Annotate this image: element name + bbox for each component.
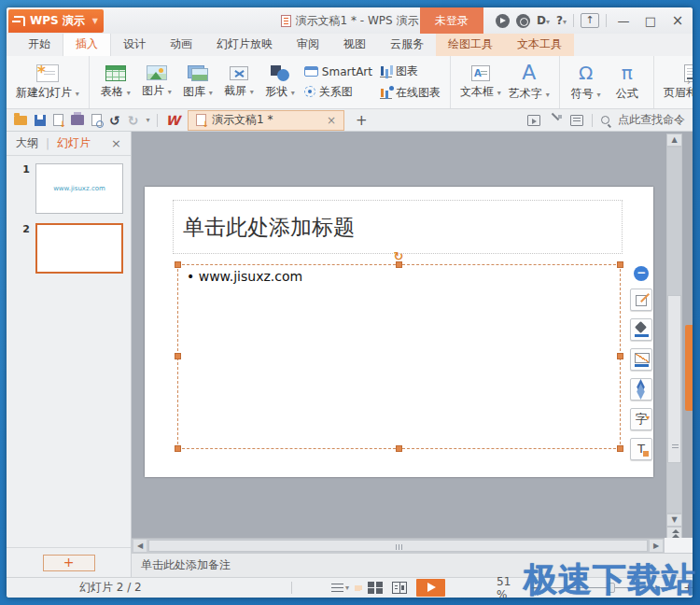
horizontal-scrollbar[interactable]: ◀ ▶ bbox=[132, 538, 665, 553]
qat-dropdown-icon[interactable]: ▾ bbox=[146, 116, 149, 124]
table-button[interactable]: 表格 ▾ bbox=[95, 64, 136, 101]
smartart-button[interactable]: SmartArt bbox=[304, 65, 372, 78]
resize-handle-w[interactable] bbox=[175, 353, 181, 359]
ribbon-group-slides: 新建幻灯片 ▾ bbox=[7, 56, 89, 108]
resize-handle-ne[interactable] bbox=[617, 261, 623, 268]
tab-drawing-tools[interactable]: 绘图工具 bbox=[436, 33, 505, 56]
magic-tool-icon[interactable] bbox=[549, 115, 562, 126]
maximize-button[interactable]: □ bbox=[640, 14, 661, 28]
content-textbox-selected[interactable]: ↻ • www.jisuxz.com bbox=[177, 264, 621, 449]
resize-handle-sw[interactable] bbox=[175, 445, 181, 452]
resize-handle-e[interactable] bbox=[617, 353, 623, 359]
tab-slides[interactable]: 幻灯片 bbox=[57, 135, 91, 151]
notes-placeholder: 单击此处添加备注 bbox=[141, 557, 231, 573]
tab-review[interactable]: 审阅 bbox=[285, 33, 331, 56]
slide-thumbnail-2-selected[interactable] bbox=[35, 223, 123, 274]
relation-diagram-button[interactable]: 关系图 bbox=[304, 84, 372, 100]
symbol-button[interactable]: Ω 符号 ▾ bbox=[566, 62, 607, 103]
tab-outline[interactable]: 大纲 bbox=[16, 135, 38, 151]
slide-thumbnail-1[interactable]: www.jisuxz.com bbox=[35, 163, 123, 214]
share-icon[interactable] bbox=[570, 115, 583, 126]
open-file-icon[interactable] bbox=[14, 116, 27, 125]
outline-color-button[interactable] bbox=[630, 348, 652, 371]
chart-button[interactable]: 图表 bbox=[380, 63, 441, 79]
find-command-hint[interactable]: 点此查找命令 bbox=[618, 112, 685, 128]
picture-button[interactable]: 图片 ▾ bbox=[136, 64, 177, 100]
notes-toggle-button[interactable]: ▾ bbox=[331, 584, 349, 592]
tab-text-tools[interactable]: 文本工具 bbox=[505, 33, 574, 56]
export-icon[interactable] bbox=[53, 114, 63, 126]
previous-slide-button[interactable] bbox=[666, 527, 682, 538]
vertical-scrollbar[interactable]: ▲ ▼ bbox=[665, 134, 683, 538]
font-settings-button[interactable]: 字▾ bbox=[630, 408, 652, 430]
tab-slideshow[interactable]: 幻灯片放映 bbox=[204, 33, 285, 56]
play-from-current-icon[interactable] bbox=[527, 115, 540, 126]
title-placeholder[interactable]: 单击此处添加标题 bbox=[173, 200, 623, 254]
slide-canvas[interactable]: 单击此处添加标题 ↻ • www.jisuxz.com bbox=[132, 132, 693, 538]
reading-view-button[interactable] bbox=[392, 582, 407, 594]
document-tab-close-icon[interactable]: × bbox=[327, 114, 336, 127]
tab-home[interactable]: 开始 bbox=[16, 33, 63, 56]
ribbon: 新建幻灯片 ▾ 表格 ▾ 图片 ▾ 图库 ▾ 截屏 ▾ 形状 ▾ bbox=[7, 56, 693, 109]
scroll-up-icon[interactable]: ▲ bbox=[666, 134, 682, 147]
resize-handle-n[interactable] bbox=[396, 261, 402, 268]
resize-handle-s[interactable] bbox=[396, 445, 402, 452]
screenshot-button[interactable]: 截屏 ▾ bbox=[218, 65, 259, 100]
undo-icon[interactable]: ↺ bbox=[109, 113, 120, 128]
fill-color-button[interactable] bbox=[630, 318, 652, 341]
login-button[interactable]: 未登录 bbox=[420, 7, 483, 34]
tab-design[interactable]: 设计 bbox=[111, 33, 158, 56]
feedback-icon[interactable] bbox=[496, 14, 510, 28]
wordart-button[interactable]: A 艺术字 ▾ bbox=[505, 62, 553, 103]
resize-handle-nw[interactable] bbox=[175, 261, 181, 268]
tab-insert[interactable]: 插入 bbox=[63, 32, 111, 56]
slide-sorter-view-button[interactable] bbox=[368, 582, 383, 594]
minimize-button[interactable]: — bbox=[613, 14, 634, 28]
play-slideshow-button[interactable] bbox=[416, 579, 445, 597]
shape-style-button[interactable] bbox=[630, 288, 652, 311]
layer-order-button[interactable] bbox=[630, 378, 652, 401]
divider bbox=[291, 582, 292, 594]
resize-handle-se[interactable] bbox=[617, 445, 623, 452]
vertical-scroll-thumb[interactable] bbox=[667, 295, 681, 463]
vertical-scroll-track[interactable] bbox=[666, 147, 682, 514]
search-icon[interactable] bbox=[601, 116, 609, 124]
collapse-tools-button[interactable]: − bbox=[634, 266, 649, 281]
scroll-right-icon[interactable]: ▶ bbox=[650, 540, 663, 552]
wps-menu-button[interactable]: WPS 演示 ▼ bbox=[8, 9, 104, 33]
document-tab-label: 演示文稿1 * bbox=[212, 112, 273, 128]
horizontal-scroll-thumb[interactable] bbox=[148, 540, 648, 552]
print-preview-icon[interactable] bbox=[91, 114, 102, 126]
redo-icon[interactable]: ↻ bbox=[128, 113, 139, 128]
collapse-ribbon-button[interactable]: ↑ bbox=[581, 13, 599, 28]
online-chart-button[interactable]: 在线图表 bbox=[380, 85, 441, 101]
textbox-button[interactable]: A 文本框 ▾ bbox=[456, 64, 505, 101]
scroll-left-icon[interactable]: ◀ bbox=[133, 540, 147, 552]
formula-button[interactable]: π 公式 bbox=[607, 62, 648, 103]
shapes-button[interactable]: 形状 ▾ bbox=[259, 64, 301, 101]
add-slide-button[interactable]: + bbox=[43, 555, 95, 571]
new-slide-button[interactable]: 新建幻灯片 ▾ bbox=[12, 63, 83, 102]
slide[interactable]: 单击此处添加标题 ↻ • www.jisuxz.com bbox=[145, 187, 653, 477]
print-icon[interactable] bbox=[71, 115, 84, 125]
gallery-button[interactable]: 图库 ▾ bbox=[177, 64, 218, 101]
close-button[interactable]: × bbox=[667, 12, 688, 29]
tab-view[interactable]: 视图 bbox=[331, 33, 378, 56]
edge-marker bbox=[685, 325, 693, 411]
close-panel-icon[interactable]: × bbox=[111, 136, 121, 150]
help-menu-button[interactable]: ?▾ bbox=[556, 14, 567, 27]
scroll-down-icon[interactable]: ▼ bbox=[666, 514, 682, 527]
text-effect-button[interactable]: T bbox=[630, 438, 652, 460]
save-icon[interactable] bbox=[35, 115, 46, 126]
skin-menu-button[interactable]: D▾ bbox=[537, 14, 550, 27]
textbox-icon: A bbox=[471, 65, 490, 81]
settings-icon[interactable] bbox=[516, 14, 530, 28]
tab-cloud[interactable]: 云服务 bbox=[378, 33, 436, 56]
tab-animation[interactable]: 动画 bbox=[158, 33, 204, 56]
zoom-percent: 51 % bbox=[497, 575, 523, 598]
canvas-wrap: 单击此处添加标题 ↻ • www.jisuxz.com bbox=[132, 132, 693, 577]
new-document-tab-button[interactable]: + bbox=[352, 112, 371, 129]
document-tab[interactable]: 演示文稿1 * × bbox=[188, 110, 344, 131]
ribbon-expand-icon[interactable]: › bbox=[687, 77, 691, 87]
desktop: { "titlebar": { "logo": "WPS 演示", "title… bbox=[0, 0, 700, 605]
